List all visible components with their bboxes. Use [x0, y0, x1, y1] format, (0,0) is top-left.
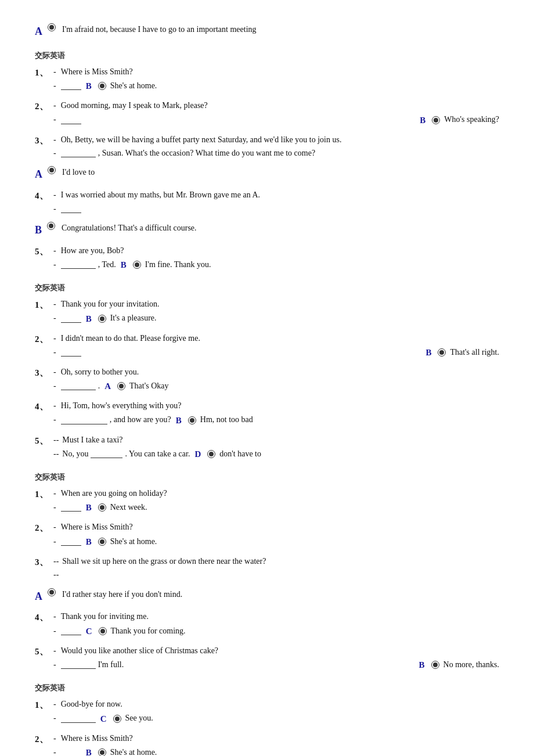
- q4-content: - I was worried about my maths, but Mr. …: [53, 189, 499, 216]
- q3-row: 3、 - Oh, Betty, we will be having a buff…: [35, 134, 499, 161]
- q2-content: - Good morning, may I speak to Mark, ple…: [53, 99, 499, 127]
- s2q3-line2: - . A That's Okay: [53, 379, 499, 393]
- q5-row: 5、 - How are you, Bob? - , Ted. B I'm fi…: [35, 244, 499, 272]
- s2q1-row: 1、 - Thank you for your invitation. - B …: [35, 298, 499, 326]
- s2q2-block: 2、 - I didn't mean to do that. Please fo…: [35, 332, 499, 360]
- q4-row: 4、 - I was worried about my maths, but M…: [35, 189, 499, 216]
- s3q1-content: - When are you going on holiday? - B Nex…: [53, 487, 499, 515]
- q5-radio: [133, 261, 141, 269]
- q2-row: 2、 - Good morning, may I speak to Mark, …: [35, 99, 499, 127]
- s4q2-line2: - B She's at home.: [53, 746, 499, 756]
- s2q1-radio: [98, 315, 106, 323]
- s2q5-num: 5、: [35, 434, 53, 448]
- s2q3-block: 3、 - Oh, sorry to bother you. - . A That…: [35, 366, 499, 394]
- s2q3-blank: [61, 382, 96, 390]
- s2q2-row: 2、 - I didn't mean to do that. Please fo…: [35, 332, 499, 360]
- s2q2-content: - I didn't mean to do that. Please forgi…: [53, 332, 499, 360]
- s2q3-line1: - Oh, sorry to bother you.: [53, 366, 499, 379]
- q1-blank: [61, 82, 81, 90]
- q5-num: 5、: [35, 244, 53, 258]
- s2q4-num: 4、: [35, 399, 53, 413]
- s3q2-block: 2、 - Where is Miss Smith? - B She's at h…: [35, 521, 499, 549]
- radio-a: [48, 23, 56, 31]
- s3q5-num: 5、: [35, 645, 53, 658]
- s2q1-line1: - Thank you for your invitation.: [53, 298, 499, 311]
- s3q3-block: 3、 -- Shall we sit up here on the grass …: [35, 555, 499, 582]
- s3q1-num: 1、: [35, 487, 53, 501]
- radio-a2: [48, 166, 56, 174]
- section-label-1: 交际英语: [35, 51, 499, 61]
- s3q4-line2: - C Thank you for coming.: [53, 624, 499, 638]
- s2q2-line2: - B That's all right.: [53, 345, 499, 359]
- s4q1-line1: - Good-bye for now.: [53, 698, 499, 711]
- q1-num: 1、: [35, 66, 53, 80]
- letter-b1: B: [35, 222, 42, 239]
- q5-blank: [61, 261, 96, 269]
- s2q4-radio: [188, 416, 196, 424]
- s3q5-letter: B: [419, 658, 425, 672]
- s2q3-letter: A: [104, 379, 111, 393]
- q2-line1: - Good morning, may I speak to Mark, ple…: [53, 99, 499, 112]
- q2-block: 2、 - Good morning, may I speak to Mark, …: [35, 99, 499, 127]
- q2-blank: [61, 116, 81, 124]
- s2q5-line2: -- No, you . You can take a car. D don't…: [53, 447, 499, 461]
- q2-radio: [432, 116, 440, 124]
- s3q5-content: - Would you like another slice of Christ…: [53, 645, 499, 672]
- s3q2-blank: [61, 538, 81, 546]
- s3q2-content: - Where is Miss Smith? - B She's at home…: [53, 521, 499, 549]
- s3q4-line1: - Thank you for inviting me.: [53, 610, 499, 623]
- s2q5-blank: [91, 450, 122, 458]
- q5-line1: - How are you, Bob?: [53, 244, 499, 257]
- q1-block: 1、 - Where is Miss Smith? - B She's at h…: [35, 66, 499, 93]
- s3q4-block: 4、 - Thank you for inviting me. - C Than…: [35, 610, 499, 638]
- s3q1-line2: - B Next week.: [53, 501, 499, 514]
- intro-line-a: A I'm afraid not, because I have to go t…: [35, 23, 499, 40]
- s4q2-blank: [61, 748, 81, 756]
- s2q4-line2: - , and how are you? B Hm, not too bad: [53, 413, 499, 427]
- s2q5-content: -- Must I take a taxi? -- No, you . You …: [53, 434, 499, 462]
- s3q5-row: 5、 - Would you like another slice of Chr…: [35, 645, 499, 672]
- q3-line2: - , Susan. What's the occasion? What tim…: [53, 147, 499, 160]
- q4-line1: - I was worried about my maths, but Mr. …: [53, 189, 499, 201]
- s2q5-radio: [207, 450, 215, 458]
- intro-text: I'm afraid not, because I have to go to …: [62, 23, 257, 36]
- s4q1-letter: C: [100, 712, 107, 726]
- letter-a3: A: [35, 588, 42, 605]
- s4q2-content: - Where is Miss Smith? - B She's at home…: [53, 732, 499, 756]
- answer-b-1: B Congratulations! That's a difficult co…: [35, 222, 499, 239]
- q1-content: - Where is Miss Smith? - B She's at home…: [53, 66, 499, 93]
- s2q4-block: 4、 - Hi, Tom, how's everything with you?…: [35, 399, 499, 427]
- q5-line2: - , Ted. B I'm fine. Thank you.: [53, 258, 499, 272]
- letter-a2: A: [35, 166, 42, 183]
- s4q1-num: 1、: [35, 698, 53, 712]
- s2q5-letter: D: [194, 447, 201, 461]
- answer-a-3: A I'd rather stay here if you don't mind…: [35, 588, 499, 605]
- s3q2-line1: - Where is Miss Smith?: [53, 521, 499, 534]
- s3q4-radio: [99, 627, 107, 635]
- s2q4-line1: - Hi, Tom, how's everything with you?: [53, 399, 499, 412]
- q5-content: - How are you, Bob? - , Ted. B I'm fine.…: [53, 244, 499, 272]
- s2q5-block: 5、 -- Must I take a taxi? -- No, you . Y…: [35, 434, 499, 462]
- s3q1-blank: [61, 503, 81, 512]
- s2q4-blank: [61, 416, 107, 424]
- s3q1-block: 1、 - When are you going on holiday? - B …: [35, 487, 499, 515]
- s3q2-row: 2、 - Where is Miss Smith? - B She's at h…: [35, 521, 499, 549]
- s3q4-num: 4、: [35, 610, 53, 624]
- q3-block: 3、 - Oh, Betty, we will be having a buff…: [35, 134, 499, 161]
- s2q3-row: 3、 - Oh, sorry to bother you. - . A That…: [35, 366, 499, 394]
- letter-a: A: [35, 23, 42, 40]
- s2q1-block: 1、 - Thank you for your invitation. - B …: [35, 298, 499, 326]
- q1-line2: - B She's at home.: [53, 79, 499, 93]
- s2q5-row: 5、 -- Must I take a taxi? -- No, you . Y…: [35, 434, 499, 462]
- s2q3-content: - Oh, sorry to bother you. - . A That's …: [53, 366, 499, 394]
- s3q5-blank: [61, 661, 96, 669]
- s3q2-line2: - B She's at home.: [53, 535, 499, 549]
- s3q2-num: 2、: [35, 521, 53, 535]
- s2q2-num: 2、: [35, 332, 53, 346]
- s2q2-letter: B: [425, 345, 431, 359]
- s4q1-line2: - C See you.: [53, 712, 499, 726]
- s4q2-row: 2、 - Where is Miss Smith? - B She's at h…: [35, 732, 499, 756]
- s3q2-radio: [98, 538, 106, 546]
- s4q1-row: 1、 - Good-bye for now. - C See you.: [35, 698, 499, 726]
- s4q2-line1: - Where is Miss Smith?: [53, 732, 499, 745]
